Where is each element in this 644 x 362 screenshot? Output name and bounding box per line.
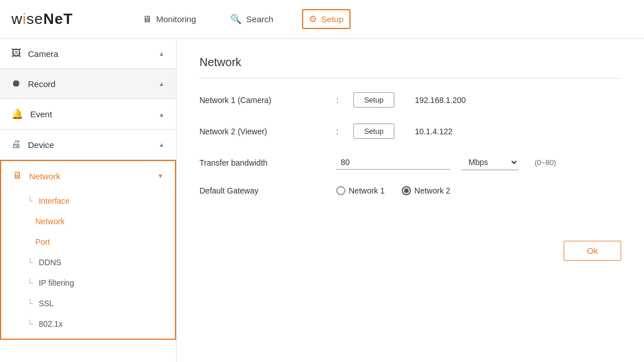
nav-monitoring[interactable]: 🖥 Monitoring <box>137 11 202 28</box>
sidebar-section-camera: 🖼 Camera ▲ <box>0 39 176 69</box>
nav-search-label: Search <box>246 14 274 24</box>
topbar: wiseNeT 🖥 Monitoring 🔍 Search ⚙ Setup <box>0 0 644 39</box>
sidebar-interface-label: Interface <box>39 196 70 205</box>
gateway-network2-option[interactable]: Network 2 <box>402 186 450 195</box>
monitor-icon: 🖥 <box>142 14 152 24</box>
sidebar-ip-filtering-label: IP filtering <box>39 278 74 287</box>
chevron-up-icon-device: ▲ <box>158 141 165 148</box>
network2-row: Network 2 (Viewer) : Setup 10.1.4.122 <box>199 124 621 139</box>
sidebar-section-record: ⏺ Record ▲ <box>0 69 176 99</box>
sidebar-item-network[interactable]: 🖥 Network ▼ <box>1 161 175 191</box>
sidebar-item-port[interactable]: Port <box>1 232 175 252</box>
record-icon: ⏺ <box>11 78 21 89</box>
gateway-options: Network 1 Network 2 <box>336 186 450 195</box>
nav-setup[interactable]: ⚙ Setup <box>302 9 350 29</box>
chevron-up-icon: ▲ <box>158 50 165 57</box>
chevron-up-icon-event: ▲ <box>158 111 165 118</box>
bandwidth-input[interactable] <box>336 155 450 170</box>
page-title: Network <box>199 56 621 79</box>
bandwidth-unit-select[interactable]: Mbps <box>462 155 519 170</box>
gateway-row: Default Gateway Network 1 Network 2 <box>199 186 621 195</box>
sidebar-section-device: 🖨 Device ▲ <box>0 130 176 160</box>
sidebar-event-label: Event <box>30 109 52 119</box>
network2-label: Network 2 (Viewer) <box>199 127 325 136</box>
network1-setup-button[interactable]: Setup <box>353 92 394 108</box>
sidebar-network-children: └ Interface Network Port └ DDNS <box>1 191 175 339</box>
sidebar-item-ip-filtering[interactable]: └ IP filtering <box>1 273 175 293</box>
sidebar-network-sub-label: Network <box>35 217 64 226</box>
network2-ip: 10.1.4.122 <box>415 127 453 136</box>
sidebar-ddns-label: DDNS <box>39 258 62 267</box>
nav-setup-label: Setup <box>321 14 344 24</box>
ok-row: Ok <box>199 218 621 261</box>
sidebar-ssl-label: SSL <box>39 299 54 308</box>
gateway-network1-radio[interactable] <box>336 186 345 195</box>
radio-selected-dot <box>404 188 409 193</box>
bandwidth-label: Transfer bandwidth <box>199 158 325 167</box>
chevron-down-icon-network: ▼ <box>157 172 164 179</box>
sidebar-network-label: Network <box>29 171 60 181</box>
gateway-network1-option[interactable]: Network 1 <box>336 186 385 195</box>
chevron-up-icon-record: ▲ <box>158 80 165 87</box>
gateway-network2-radio[interactable] <box>402 186 411 195</box>
sidebar-section-network: 🖥 Network ▼ └ Interface Network Port <box>0 160 176 340</box>
main-area: 🖼 Camera ▲ ⏺ Record ▲ 🔔 Event <box>0 39 644 362</box>
search-icon: 🔍 <box>230 14 242 24</box>
sidebar-item-ssl[interactable]: └ SSL <box>1 293 175 314</box>
sidebar-item-record[interactable]: ⏺ Record ▲ <box>0 69 176 98</box>
sidebar-item-network-sub[interactable]: Network <box>1 211 175 232</box>
sidebar-section-event: 🔔 Event ▲ <box>0 99 176 130</box>
sidebar-802-1x-label: 802.1x <box>39 319 63 328</box>
gateway-network2-label: Network 2 <box>414 186 450 195</box>
gear-icon: ⚙ <box>309 14 317 24</box>
network1-ip: 192.168.1.200 <box>415 96 466 105</box>
sidebar-item-device[interactable]: 🖨 Device ▲ <box>0 130 176 159</box>
bandwidth-row: Transfer bandwidth Mbps (0~80) <box>199 155 621 170</box>
nav-search[interactable]: 🔍 Search <box>225 10 279 28</box>
bandwidth-range: (0~80) <box>535 158 556 167</box>
sidebar: 🖼 Camera ▲ ⏺ Record ▲ 🔔 Event <box>0 39 177 362</box>
sidebar-item-event[interactable]: 🔔 Event ▲ <box>0 99 176 129</box>
sidebar-camera-label: Camera <box>28 49 58 59</box>
network1-label: Network 1 (Camera) <box>199 96 325 105</box>
nav-monitoring-label: Monitoring <box>156 14 196 24</box>
sidebar-item-802-1x[interactable]: └ 802.1x <box>1 314 175 334</box>
logo: wiseNeT <box>11 10 103 28</box>
network2-setup-button[interactable]: Setup <box>353 124 394 139</box>
sidebar-item-interface[interactable]: └ Interface <box>1 191 175 211</box>
sidebar-record-label: Record <box>28 79 55 89</box>
gateway-network1-label: Network 1 <box>349 186 385 195</box>
network-icon: 🖥 <box>13 170 22 182</box>
main-nav: 🖥 Monitoring 🔍 Search ⚙ Setup <box>137 9 350 29</box>
ok-button[interactable]: Ok <box>564 241 621 261</box>
sidebar-device-label: Device <box>28 140 54 150</box>
network1-row: Network 1 (Camera) : Setup 192.168.1.200 <box>199 92 621 108</box>
content-area: Network Network 1 (Camera) : Setup 192.1… <box>177 39 644 362</box>
gateway-label: Default Gateway <box>199 186 325 195</box>
sidebar-item-ddns[interactable]: └ DDNS <box>1 252 175 273</box>
event-icon: 🔔 <box>11 108 23 120</box>
sidebar-item-camera[interactable]: 🖼 Camera ▲ <box>0 39 176 68</box>
sidebar-port-label: Port <box>35 237 50 246</box>
camera-icon: 🖼 <box>11 48 21 59</box>
device-icon: 🖨 <box>11 139 21 150</box>
